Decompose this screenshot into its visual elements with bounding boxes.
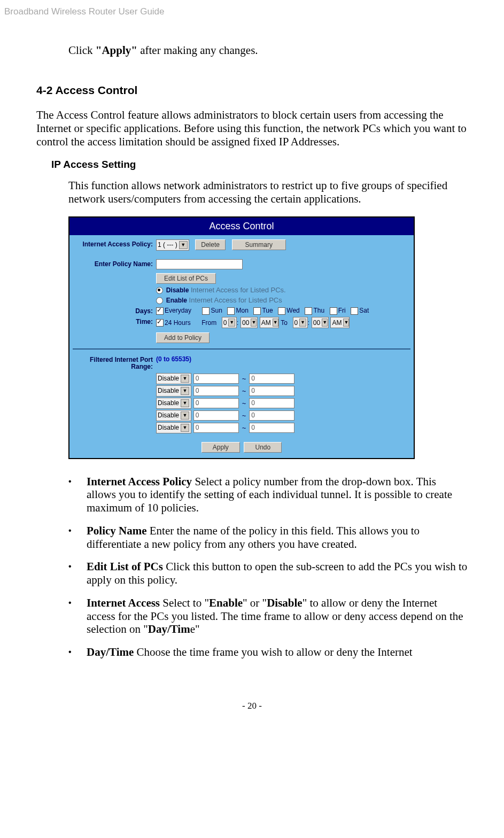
chevron-down-icon: ▼ <box>181 387 189 395</box>
port-to-input[interactable]: 0 <box>249 374 294 384</box>
day-mon: Mon <box>236 307 248 314</box>
port-to-input[interactable]: 0 <box>249 398 294 408</box>
everyday-check[interactable] <box>156 307 164 315</box>
port-to-input[interactable]: 0 <box>249 386 294 396</box>
enable-text: Internet Access for Listed PCs <box>187 296 282 304</box>
apply-button[interactable]: Apply <box>201 442 240 453</box>
port-note: (0 to 65535) <box>156 355 191 363</box>
add-to-policy-button[interactable]: Add to Policy <box>156 332 210 343</box>
from-label: From <box>201 319 216 327</box>
day-thu: Thu <box>313 307 324 314</box>
text: after making any changes. <box>137 44 258 57</box>
day-check-sun[interactable] <box>202 307 210 315</box>
from-hour-select[interactable]: 0▼ <box>222 317 237 328</box>
policy-select[interactable]: 1 ( --- )▼ <box>156 239 189 251</box>
hours24-check[interactable] <box>156 319 164 327</box>
label-policy: Internet Access Policy: <box>73 239 156 248</box>
bullet-bold: Edit List of PCs <box>87 560 163 573</box>
bullet-text: Choose the time frame you wish to allow … <box>134 646 412 658</box>
disable-bold: Disable <box>166 286 189 294</box>
to-min-select[interactable]: 00▼ <box>312 317 329 328</box>
day-wed: Wed <box>286 307 299 314</box>
undo-button[interactable]: Undo <box>244 442 282 453</box>
panel-title: Access Control <box>69 218 414 235</box>
label-time: Time: <box>73 317 156 325</box>
section-heading: 4-2 Access Control <box>36 84 468 97</box>
val: Disable <box>158 375 179 382</box>
day-check-sat[interactable] <box>351 307 358 315</box>
enable-radio[interactable] <box>156 297 163 304</box>
bullet-icon: • <box>68 646 87 659</box>
list-item: • Internet Access Select to "Enable" or … <box>68 596 468 636</box>
port-row-5: Disable▼ 0 ~ 0 <box>156 422 410 433</box>
list-item: • Policy Name Enter the name of the poli… <box>68 524 468 551</box>
bullet-bold: Enable <box>209 596 243 609</box>
val: 0 <box>294 319 298 327</box>
day-sat: Sat <box>359 307 369 314</box>
bullet-list: • Internet Access Policy Select a policy… <box>68 475 468 659</box>
to-ampm-select[interactable]: AM▼ <box>330 317 350 328</box>
bullet-bold: Internet Access <box>87 596 160 609</box>
list-item: • Day/Time Choose the time frame you wis… <box>68 646 468 659</box>
chevron-down-icon: ▼ <box>179 241 188 249</box>
delete-button[interactable]: Delete <box>195 239 226 250</box>
label-days: Days: <box>73 306 156 315</box>
port-proto-select[interactable]: Disable▼ <box>156 410 191 421</box>
chevron-down-icon: ▼ <box>251 319 257 327</box>
to-hour-select[interactable]: 0▼ <box>293 317 308 328</box>
from-min-select[interactable]: 00▼ <box>241 317 258 328</box>
port-from-input[interactable]: 0 <box>193 386 239 396</box>
sub-paragraph: This function allows network administrat… <box>68 179 468 206</box>
port-proto-select[interactable]: Disable▼ <box>156 385 191 397</box>
day-tue: Tue <box>262 307 273 314</box>
day-check-wed[interactable] <box>278 307 285 315</box>
page-header: Broadband Wireless Router User Guide <box>0 0 504 17</box>
edit-list-button[interactable]: Edit List of PCs <box>156 273 216 284</box>
summary-button[interactable]: Summary <box>232 239 286 250</box>
disable-radio[interactable] <box>156 287 163 294</box>
from-ampm-select[interactable]: AM▼ <box>260 317 279 328</box>
apply-instruction: Click "Apply" after making any changes. <box>68 44 468 57</box>
port-from-input[interactable]: 0 <box>193 398 239 408</box>
bullet-bold: Day/Time <box>87 646 134 658</box>
hours24-label: 24 Hours <box>165 319 191 327</box>
port-from-input[interactable]: 0 <box>193 423 239 433</box>
day-check-tue[interactable] <box>253 307 261 315</box>
val: Disable <box>158 424 179 431</box>
val: 0 <box>223 319 227 327</box>
port-row-2: Disable▼ 0 ~ 0 <box>156 385 410 397</box>
chevron-down-icon: ▼ <box>181 375 189 383</box>
port-proto-select[interactable]: Disable▼ <box>156 398 191 409</box>
tilde: ~ <box>242 375 246 383</box>
port-to-input[interactable]: 0 <box>249 410 294 421</box>
label-port-range: Filtered Internet Port Range: <box>73 355 156 370</box>
tilde: ~ <box>242 399 246 407</box>
day-fri: Fri <box>338 307 346 314</box>
port-proto-select[interactable]: Disable▼ <box>156 422 191 433</box>
bullet-text: e" <box>190 623 200 635</box>
port-from-input[interactable]: 0 <box>193 374 239 384</box>
chevron-down-icon: ▼ <box>343 319 349 327</box>
enable-bold: Enable <box>166 297 187 304</box>
val: 00 <box>242 319 249 327</box>
list-item: • Edit List of PCs Click this button to … <box>68 560 468 587</box>
section-paragraph: The Access Control feature allows admini… <box>36 108 468 148</box>
val: Disable <box>158 412 179 419</box>
port-from-input[interactable]: 0 <box>193 410 239 421</box>
val: 00 <box>313 319 320 327</box>
tilde: ~ <box>242 412 246 420</box>
sub-heading: IP Access Setting <box>51 159 468 170</box>
bullet-text: Select to " <box>160 596 209 609</box>
bullet-bold: Policy Name <box>87 524 147 537</box>
bullet-icon: • <box>68 524 87 551</box>
policy-name-input[interactable] <box>156 259 243 269</box>
port-row-3: Disable▼ 0 ~ 0 <box>156 398 410 409</box>
disable-text: Internet Access for Listed PCs. <box>189 286 285 294</box>
day-check-fri[interactable] <box>330 307 337 315</box>
day-check-thu[interactable] <box>305 307 312 315</box>
port-to-input[interactable]: 0 <box>249 423 294 433</box>
port-proto-select[interactable]: Disable▼ <box>156 373 191 384</box>
to-label: To <box>281 319 288 327</box>
day-check-mon[interactable] <box>227 307 235 315</box>
chevron-down-icon: ▼ <box>181 399 189 407</box>
